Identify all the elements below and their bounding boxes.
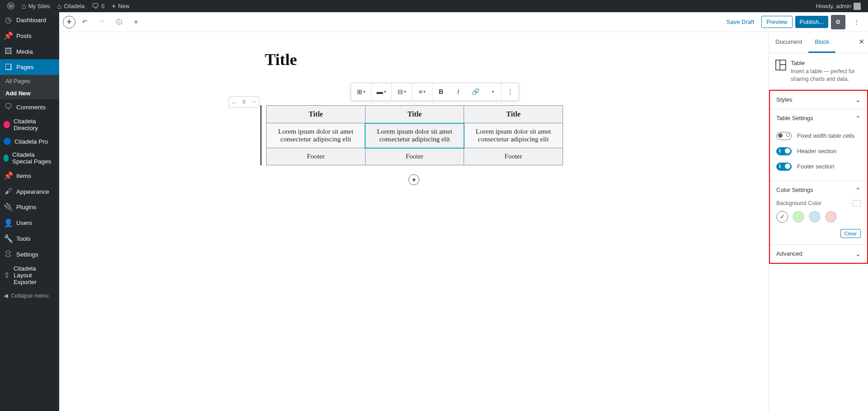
tab-document[interactable]: Document xyxy=(769,32,808,53)
edit-table-button[interactable]: ⊟▾ xyxy=(392,83,412,100)
sidebar-item-items[interactable]: 📌Items xyxy=(0,168,59,184)
publish-button[interactable]: Publish... xyxy=(795,16,828,28)
howdy-user[interactable]: Howdy, admin xyxy=(812,0,864,12)
user-icon: 👤 xyxy=(4,218,13,228)
toggle-header-section[interactable] xyxy=(776,147,792,155)
sidebar-item-plugins[interactable]: 🔌Plugins xyxy=(0,199,59,215)
table-header-cell[interactable]: Title xyxy=(464,106,563,123)
sidebar-item-comments[interactable]: 🗨Comments xyxy=(0,99,59,115)
sidebar-item-media[interactable]: 🖾Media xyxy=(0,44,59,59)
new-content[interactable]: +New xyxy=(108,0,133,12)
toggle-label: Footer section xyxy=(797,163,834,170)
preview-button[interactable]: Preview xyxy=(761,16,792,28)
panel-color-settings[interactable]: Color Settings ⌃ xyxy=(770,181,867,199)
insert-block-button[interactable]: + xyxy=(408,174,419,185)
toggle-label: Header section xyxy=(797,148,836,154)
content-info-button[interactable]: ⓘ xyxy=(111,14,127,30)
tab-block[interactable]: Block xyxy=(808,32,835,53)
toggle-fixed-width[interactable] xyxy=(776,132,792,140)
sidebar-item-users[interactable]: 👤Users xyxy=(0,215,59,231)
admin-bar: ⓦ ⌂My Sites ⌂Citadela 🗨0 +New Howdy, adm… xyxy=(0,0,868,12)
more-options-button[interactable]: ⋮ xyxy=(848,14,864,30)
table-header-cell[interactable]: Title xyxy=(267,106,366,123)
bold-button[interactable]: B xyxy=(432,83,450,100)
sidebar-item-pages[interactable]: ❏Pages xyxy=(0,59,59,75)
pin-icon: 📌 xyxy=(4,171,13,181)
column-align-button[interactable]: ≡▾ xyxy=(412,83,432,100)
panel-table-settings[interactable]: Table Settings ⌃ xyxy=(770,109,867,127)
toggle-footer-section[interactable] xyxy=(776,163,792,171)
page-title[interactable]: Title xyxy=(265,50,563,69)
panel-styles[interactable]: Styles ⌄ xyxy=(770,91,867,109)
color-preview xyxy=(853,200,861,206)
sidebar-item-label: Comments xyxy=(16,104,46,111)
redo-button[interactable]: ↷ xyxy=(94,14,110,30)
sidebar-item-citadela-special[interactable]: Citadela Special Pages xyxy=(0,148,59,168)
color-swatch-blue[interactable] xyxy=(809,211,821,223)
toggle-label: Fixed width table cells xyxy=(797,132,854,139)
table-footer-cell[interactable]: Footer xyxy=(464,148,563,165)
sidebar-item-settings[interactable]: ⛻Settings xyxy=(0,247,59,262)
block-navigation-button[interactable]: ≡ xyxy=(128,14,144,30)
sidebar-item-label: Citadela Directory xyxy=(14,118,56,131)
link-button[interactable]: 🔗 xyxy=(467,83,484,100)
settings-button[interactable]: ⚙ xyxy=(831,15,845,29)
sidebar-submenu-pages: All Pages Add New xyxy=(0,75,59,99)
sidebar-item-citadela-exporter[interactable]: ⇪Citadela Layout Exporter xyxy=(0,262,59,289)
sidebar-item-tools[interactable]: 🔧Tools xyxy=(0,231,59,247)
wp-logo[interactable]: ⓦ xyxy=(4,0,18,12)
table-cell-selected[interactable]: Lorem ipsum dolor sit amet consectetur a… xyxy=(365,123,464,148)
table-cell[interactable]: Lorem ipsum dolor sit amet consectetur a… xyxy=(464,123,563,148)
chevron-down-icon: ⌄ xyxy=(855,250,861,257)
highlighted-panels: Styles ⌄ Table Settings ⌃ Fixed wid xyxy=(769,90,868,264)
table-header-cell[interactable]: Title xyxy=(365,106,464,123)
plug-icon: 🔌 xyxy=(4,202,13,212)
panel-advanced[interactable]: Advanced ⌄ xyxy=(770,245,867,263)
table-footer-cell[interactable]: Footer xyxy=(267,148,366,165)
home-icon: ⌂ xyxy=(57,3,62,10)
sidebar-item-label: Appearance xyxy=(16,188,49,195)
sidebar-subitem-add-new[interactable]: Add New xyxy=(0,87,59,99)
drag-handle[interactable]: ⠿ xyxy=(239,97,249,107)
undo-button[interactable]: ↶ xyxy=(76,14,93,30)
close-inspector-button[interactable]: ✕ xyxy=(859,37,864,46)
color-swatch-white[interactable]: ✓ xyxy=(776,211,788,223)
sidebar-item-label: Citadela Special Pages xyxy=(12,151,56,165)
align-button[interactable]: ▬▾ xyxy=(371,83,391,100)
table[interactable]: Title Title Title Lorem ipsum dolor sit … xyxy=(266,105,563,165)
chevron-up-icon: ⌃ xyxy=(855,187,861,194)
block-options-button[interactable]: ⋮ xyxy=(502,83,519,100)
network-icon: ⌂ xyxy=(22,3,26,10)
more-formatting-button[interactable]: ▾ xyxy=(484,83,501,100)
italic-button[interactable]: I xyxy=(450,83,467,100)
clear-color-button[interactable]: Clear xyxy=(840,229,861,238)
color-swatch-red[interactable] xyxy=(825,211,837,223)
color-swatch-green[interactable] xyxy=(793,211,804,223)
panel-title: Table Settings xyxy=(776,115,813,121)
comments-count[interactable]: 🗨0 xyxy=(88,0,108,12)
sidebar-item-citadela-pro[interactable]: Citadela Pro xyxy=(0,135,59,148)
editor-canvas[interactable]: Title ︿ ⠿ ﹀ ⊞▾ ▬▾ xyxy=(59,32,769,411)
panel-title: Color Settings xyxy=(776,187,813,193)
edit-table-icon: ⊟ xyxy=(398,88,403,95)
sidebar-subitem-all-pages[interactable]: All Pages xyxy=(0,75,59,87)
change-block-type-button[interactable]: ⊞▾ xyxy=(351,83,371,100)
my-sites[interactable]: ⌂My Sites xyxy=(18,0,54,12)
sidebar-item-dashboard[interactable]: ◷Dashboard xyxy=(0,12,59,28)
table-cell[interactable]: Lorem ipsum dolor sit amet consectetur a… xyxy=(267,123,366,148)
collapse-menu[interactable]: ◀Collapse menu xyxy=(0,289,59,303)
move-down-button[interactable]: ﹀ xyxy=(249,97,259,107)
block-description: Insert a table — perfect for sharing cha… xyxy=(791,68,862,83)
save-draft-button[interactable]: Save Draft xyxy=(722,16,759,28)
sidebar-item-appearance[interactable]: 🖌Appearance xyxy=(0,184,59,199)
align-icon: ▬ xyxy=(377,88,383,95)
sidebar-item-posts[interactable]: 📌Posts xyxy=(0,28,59,44)
move-up-button[interactable]: ︿ xyxy=(229,97,239,107)
add-block-button[interactable]: + xyxy=(63,16,75,28)
sidebar-item-citadela-directory[interactable]: Citadela Directory xyxy=(0,115,59,135)
table-icon xyxy=(775,60,786,70)
site-name[interactable]: ⌂Citadela xyxy=(54,0,89,12)
sidebar-item-label: Settings xyxy=(16,251,38,258)
table-footer-cell[interactable]: Footer xyxy=(365,148,464,165)
table-header-row: Title Title Title xyxy=(267,106,563,123)
